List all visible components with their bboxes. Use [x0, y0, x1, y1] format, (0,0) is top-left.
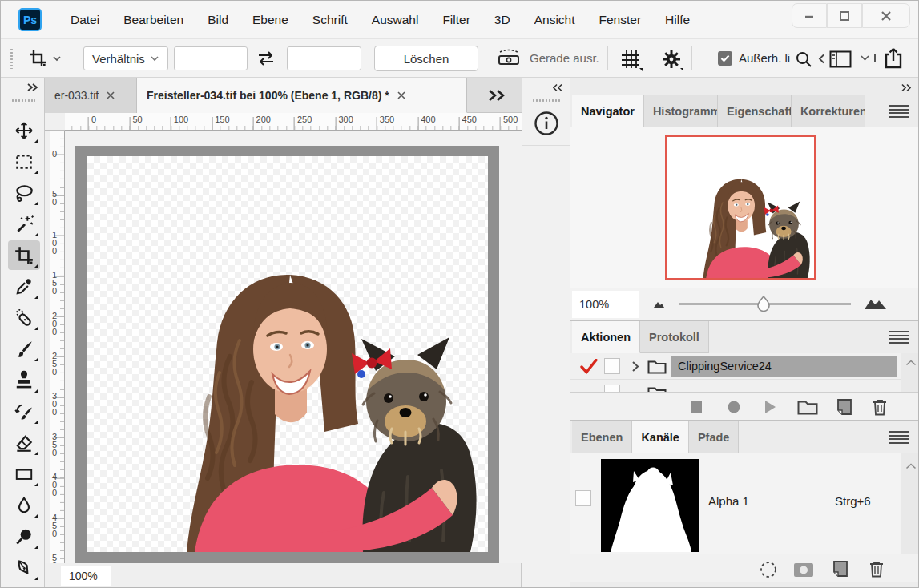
menu-schrift[interactable]: Schrift [300, 1, 360, 39]
tab-pfade[interactable]: Pfade [689, 421, 740, 453]
horizontal-ruler[interactable]: 050100150200250300350400450500 [65, 113, 522, 131]
channels-scrollbar[interactable] [901, 453, 919, 554]
tab-eigenschaften[interactable]: Eigenschaften [718, 95, 792, 127]
document-tab-background[interactable]: er-033.tif [45, 78, 137, 113]
minimize-button[interactable] [792, 3, 827, 28]
expand-action-chevron-icon[interactable] [631, 360, 639, 373]
tool-pen[interactable] [8, 553, 40, 582]
load-selection-icon[interactable] [760, 561, 777, 578]
channels-panel-menu-icon[interactable] [889, 431, 909, 444]
crop-settings-button[interactable] [659, 47, 684, 71]
tool-dodge[interactable] [8, 522, 40, 551]
expand-toolbar-icon[interactable] [26, 83, 39, 92]
delete-cropped-pixels-checkbox[interactable] [718, 51, 732, 66]
aspect-ratio-select[interactable]: Verhältnis [83, 46, 168, 70]
menu-bild[interactable]: Bild [195, 1, 240, 39]
tool-history-brush[interactable] [8, 397, 40, 426]
delete-channel-trash-icon[interactable] [869, 560, 885, 578]
tool-move[interactable] [8, 115, 40, 145]
new-set-folder-icon[interactable] [797, 399, 818, 415]
tool-blur[interactable] [8, 490, 40, 520]
chevron-left-icon[interactable] [818, 54, 825, 64]
scroll-up-icon[interactable] [905, 360, 917, 366]
zoom-level-field[interactable]: 100% [61, 566, 111, 586]
save-as-mask-icon[interactable] [793, 562, 814, 578]
zoom-out-mountain-icon[interactable] [653, 299, 667, 308]
action-enabled-check-icon[interactable] [580, 359, 598, 374]
tool-spot-healing-brush[interactable] [8, 303, 40, 332]
new-channel-icon[interactable] [832, 560, 849, 578]
tab-ebenen[interactable]: Ebenen [572, 421, 632, 453]
stop-playing-icon[interactable] [691, 401, 702, 413]
expand-panels-icon[interactable] [901, 83, 912, 92]
actions-panel-menu-icon[interactable] [889, 331, 909, 344]
tab-histogramm[interactable]: Histogramm [644, 95, 718, 127]
tool-eraser[interactable] [8, 428, 40, 457]
action-dialog-toggle-checkbox[interactable] [604, 385, 620, 392]
action-row-partial[interactable] [570, 381, 919, 392]
record-icon[interactable] [728, 401, 740, 413]
tool-lasso[interactable] [8, 178, 40, 207]
workspace-button[interactable] [828, 50, 852, 68]
crop-height-input[interactable] [287, 46, 361, 70]
close-tab-icon[interactable] [107, 91, 115, 99]
action-row[interactable]: ClippingService24 [570, 353, 919, 380]
overlay-options-button[interactable] [618, 47, 643, 71]
clear-button[interactable]: Löschen [374, 46, 478, 71]
tool-preset-button[interactable] [25, 47, 65, 70]
menu-hilfe[interactable]: Hilfe [653, 1, 702, 39]
straighten-button[interactable] [496, 49, 522, 68]
menu-filter[interactable]: Filter [430, 1, 482, 39]
document-tab-active[interactable]: Freisteller-034.tif bei 100% (Ebene 1, R… [137, 78, 467, 113]
menu-3d[interactable]: 3D [482, 1, 522, 39]
tab-aktionen[interactable]: Aktionen [572, 321, 640, 353]
tool-gradient[interactable] [8, 459, 40, 489]
navigator-zoom-slider-thumb[interactable] [756, 296, 771, 312]
tab-kanaele[interactable]: Kanäle [632, 421, 689, 453]
zoom-in-mountains-icon[interactable] [864, 296, 888, 310]
tool-rectangular-marquee[interactable] [8, 147, 40, 176]
search-button[interactable] [794, 50, 813, 69]
tool-brush[interactable] [8, 334, 40, 364]
channel-visibility-checkbox[interactable] [575, 490, 591, 506]
channel-row-alpha1[interactable]: Alpha 1 Strg+6 [570, 453, 919, 554]
strip-drag-handle[interactable] [532, 99, 561, 103]
menu-datei[interactable]: Datei [58, 1, 111, 39]
actions-scrollbar[interactable] [901, 353, 919, 392]
new-action-icon[interactable] [836, 398, 853, 416]
tab-protokoll[interactable]: Protokoll [640, 321, 709, 353]
share-button[interactable] [882, 47, 905, 70]
crop-width-input[interactable] [174, 46, 248, 70]
scroll-up-icon[interactable] [905, 463, 917, 469]
play-icon[interactable] [764, 400, 776, 414]
menu-fenster[interactable]: Fenster [587, 1, 654, 39]
channel-thumbnail[interactable] [601, 459, 699, 552]
swap-dimensions-button[interactable] [252, 46, 280, 71]
tab-overflow-icon[interactable] [487, 89, 506, 102]
maximize-button[interactable] [827, 3, 862, 28]
tool-crop[interactable] [8, 240, 40, 270]
tab-korrekturen[interactable]: Korrekturen [792, 95, 865, 127]
document-canvas[interactable] [87, 156, 488, 552]
tool-eyedropper[interactable] [8, 272, 40, 301]
options-drag-handle[interactable] [10, 48, 14, 69]
menu-ansicht[interactable]: Ansicht [522, 1, 587, 39]
info-panel-button[interactable] [533, 110, 560, 137]
menu-bearbeiten[interactable]: Bearbeiten [111, 1, 195, 39]
close-button[interactable] [862, 3, 910, 28]
canvas-viewport[interactable] [65, 131, 522, 563]
action-dialog-toggle-checkbox[interactable] [604, 358, 620, 374]
action-set-name[interactable]: ClippingService24 [671, 356, 897, 377]
tool-clone-stamp[interactable] [8, 365, 40, 395]
delete-trash-icon[interactable] [872, 398, 888, 416]
navigator-panel-menu-icon[interactable] [889, 105, 909, 118]
tool-magic-wand[interactable] [8, 209, 40, 239]
workspace-flyout[interactable] [860, 54, 876, 62]
tab-navigator[interactable]: Navigator [572, 95, 644, 127]
navigator-proxy-view[interactable] [665, 135, 816, 280]
toolbar-drag-handle[interactable] [11, 99, 35, 103]
vertical-ruler[interactable]: 050100150200250300350400450500 [50, 131, 65, 563]
close-tab-icon[interactable] [397, 91, 405, 99]
menu-auswahl[interactable]: Auswahl [360, 1, 431, 39]
collapse-panels-icon[interactable] [552, 83, 563, 92]
